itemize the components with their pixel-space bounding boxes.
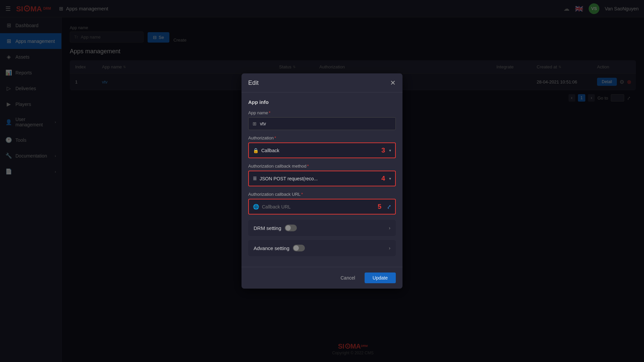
app-name-form-group: App name* ⊞ <box>248 110 396 130</box>
drm-setting-section: DRM setting › <box>248 220 396 236</box>
auth-callback-method-value: JSON POST request(reco... <box>260 176 318 181</box>
modal-header: Edit ✕ <box>241 73 402 93</box>
method-icon: ☰ <box>253 176 257 181</box>
copy-url-icon[interactable]: ⤤ <box>387 203 391 210</box>
auth-step-number: 3 <box>381 146 386 154</box>
modal-close-button[interactable]: ✕ <box>390 79 396 87</box>
update-button[interactable]: Update <box>365 273 396 283</box>
auth-callback-method-label: Authorization callback method* <box>248 164 396 169</box>
authorization-form-group: Authorization* 🔒 Callback 3 ▾ <box>248 135 396 158</box>
authorization-select[interactable]: 🔒 Callback 3 ▾ <box>248 142 396 158</box>
method-step-number: 4 <box>381 175 386 182</box>
authorization-label: Authorization* <box>248 135 396 140</box>
app-name-field[interactable]: ⊞ <box>248 117 396 130</box>
globe-icon: 🌐 <box>253 204 259 210</box>
drm-setting-header[interactable]: DRM setting › <box>248 220 396 236</box>
app-name-required: * <box>269 110 270 115</box>
auth-callback-method-form-group: Authorization callback method* ☰ JSON PO… <box>248 164 396 186</box>
modal-section-title: App info <box>248 99 396 105</box>
auth-callback-url-form-group: Authorization callback URL* 🌐 5 ⤤ <box>248 192 396 215</box>
authorization-value: Callback <box>261 148 279 153</box>
url-step-number: 5 <box>378 203 381 210</box>
advance-setting-label: Advance setting <box>254 245 289 251</box>
app-name-label: App name* <box>248 110 396 115</box>
drm-setting-label: DRM setting <box>254 225 281 231</box>
cancel-button[interactable]: Cancel <box>335 273 361 283</box>
auth-callback-method-select[interactable]: ☰ JSON POST request(reco... 4 ▾ <box>248 171 396 186</box>
app-name-text-input[interactable] <box>260 121 391 126</box>
advance-toggle[interactable] <box>293 245 305 251</box>
modal-title: Edit <box>248 79 259 86</box>
auth-url-required: * <box>301 192 303 197</box>
chevron-right-icon: › <box>389 225 390 231</box>
chevron-down-icon: ▾ <box>389 148 391 153</box>
advance-setting-section: Advance setting › <box>248 240 396 256</box>
auth-method-required: * <box>307 164 309 169</box>
drm-toggle[interactable] <box>285 225 297 231</box>
advance-setting-header[interactable]: Advance setting › <box>248 240 396 256</box>
modal-body: App info App name* ⊞ Authorization* <box>241 93 402 267</box>
auth-callback-url-field[interactable]: 🌐 5 ⤤ <box>248 199 396 215</box>
lock-icon: 🔒 <box>253 148 259 153</box>
modal-footer: Cancel Update <box>241 267 402 289</box>
auth-required: * <box>274 135 276 140</box>
chevron-down-icon-method: ▾ <box>389 176 391 181</box>
auth-callback-url-label: Authorization callback URL* <box>248 192 396 197</box>
chevron-right-icon-advance: › <box>389 245 390 251</box>
edit-modal: Edit ✕ App info App name* ⊞ Authorizatio… <box>241 73 402 289</box>
grid-icon-sm: ⊞ <box>253 121 257 126</box>
callback-url-input[interactable] <box>262 204 372 209</box>
modal-overlay: Edit ✕ App info App name* ⊞ Authorizatio… <box>0 0 644 362</box>
